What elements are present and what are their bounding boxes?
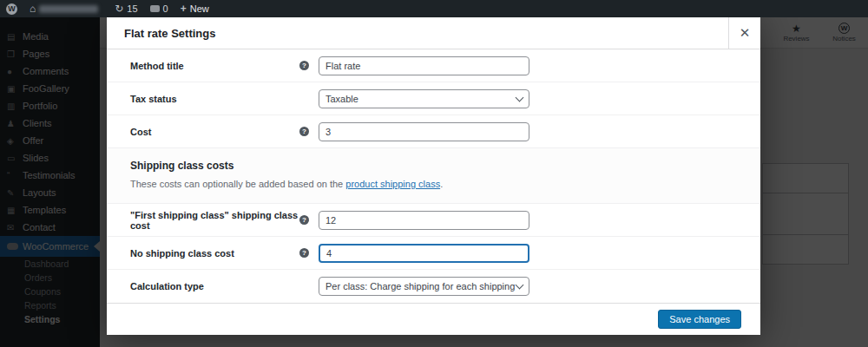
plus-icon: + bbox=[181, 3, 187, 15]
save-changes-button[interactable]: Save changes bbox=[658, 310, 741, 329]
close-icon: ✕ bbox=[740, 25, 751, 41]
chevron-down-icon bbox=[516, 280, 524, 289]
wordpress-logo-icon: W bbox=[6, 3, 17, 15]
calculation-type-row: Calculation type Per class: Charge shipp… bbox=[107, 270, 760, 302]
flat-rate-settings-modal: Flat rate Settings ✕ Method title ? Tax … bbox=[107, 17, 760, 335]
tax-status-row: Tax status Taxable bbox=[107, 82, 760, 115]
help-icon[interactable]: ? bbox=[299, 215, 309, 225]
cost-row: Cost ? bbox=[107, 115, 760, 148]
updates-link[interactable]: ↻ 15 bbox=[115, 3, 137, 15]
cost-input[interactable] bbox=[319, 122, 529, 141]
updates-icon: ↻ bbox=[115, 3, 123, 15]
comments-count: 0 bbox=[163, 3, 168, 14]
screen: W ⌂ ↻ 15 0 + New ★ Reviews W Notices bbox=[0, 0, 868, 347]
description-period: . bbox=[440, 179, 443, 189]
no-shipping-class-cost-label: No shipping class cost bbox=[130, 248, 299, 259]
help-icon[interactable]: ? bbox=[299, 248, 309, 258]
comments-bubble-icon bbox=[150, 5, 160, 12]
tax-status-select[interactable]: Taxable bbox=[319, 89, 529, 108]
close-button[interactable]: ✕ bbox=[728, 17, 760, 49]
home-icon: ⌂ bbox=[30, 3, 36, 15]
first-shipping-class-cost-label: "First shipping class" shipping class co… bbox=[130, 210, 299, 231]
modal-title: Flat rate Settings bbox=[107, 27, 728, 40]
calculation-type-select[interactable]: Per class: Charge shipping for each ship… bbox=[319, 277, 529, 296]
admin-bar: W ⌂ ↻ 15 0 + New bbox=[0, 0, 868, 17]
wp-logo-menu[interactable]: W bbox=[6, 3, 17, 15]
help-icon[interactable]: ? bbox=[299, 127, 309, 136]
site-name-blurred bbox=[39, 5, 98, 13]
product-shipping-class-link[interactable]: product shipping class bbox=[345, 179, 440, 189]
chevron-down-icon bbox=[516, 93, 524, 101]
cost-label: Cost bbox=[130, 127, 299, 137]
method-title-label: Method title bbox=[130, 61, 299, 71]
calculation-type-value: Per class: Charge shipping for each ship… bbox=[326, 281, 516, 291]
no-shipping-class-cost-input[interactable] bbox=[319, 244, 529, 263]
help-icon[interactable]: ? bbox=[299, 61, 309, 70]
first-shipping-class-cost-input[interactable] bbox=[319, 211, 529, 230]
description-text: These costs can optionally be added base… bbox=[130, 179, 345, 189]
tax-status-value: Taxable bbox=[326, 94, 516, 104]
first-shipping-class-cost-row: "First shipping class" shipping class co… bbox=[107, 204, 760, 237]
no-shipping-class-cost-row: No shipping class cost ? bbox=[107, 237, 760, 270]
tax-status-label: Tax status bbox=[130, 94, 299, 104]
section-heading: Shipping class costs bbox=[130, 160, 737, 172]
method-title-input[interactable] bbox=[319, 56, 529, 75]
site-home-link[interactable]: ⌂ bbox=[30, 3, 98, 15]
modal-footer: Save changes bbox=[107, 303, 760, 335]
shipping-class-costs-section: Shipping class costs These costs can opt… bbox=[107, 148, 760, 204]
calculation-type-label: Calculation type bbox=[130, 281, 299, 291]
new-label: New bbox=[190, 3, 209, 14]
section-description: These costs can optionally be added base… bbox=[130, 179, 737, 189]
method-title-row: Method title ? bbox=[107, 49, 760, 82]
updates-count: 15 bbox=[127, 3, 137, 14]
modal-header: Flat rate Settings ✕ bbox=[107, 17, 760, 49]
comments-link[interactable]: 0 bbox=[150, 3, 168, 14]
new-content-button[interactable]: + New bbox=[181, 3, 209, 15]
